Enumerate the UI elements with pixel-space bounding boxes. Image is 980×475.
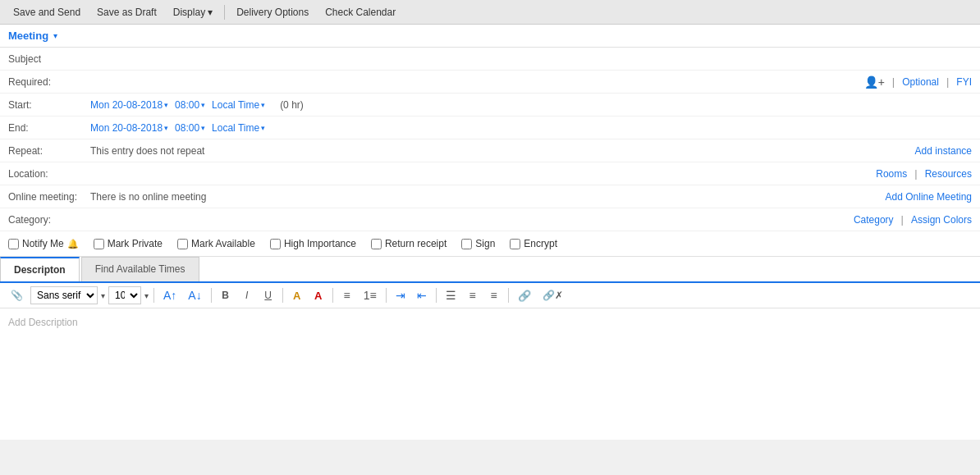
online-meeting-text: There is no online meeting (90, 191, 206, 203)
category-row: Category: Category | Assign Colors (0, 208, 980, 231)
description-area[interactable]: Add Description (0, 308, 980, 440)
main-toolbar: Save and Send Save as Draft Display ▾ De… (0, 0, 980, 25)
font-family-arrow: ▾ (101, 291, 105, 300)
italic-button[interactable]: I (238, 286, 256, 304)
numbered-list-button[interactable]: 1≡ (359, 286, 381, 304)
end-date-arrow: ▾ (164, 124, 168, 132)
end-time-group: Mon 20-08-2018 ▾ 08:00 ▾ Local Time ▾ (90, 122, 265, 134)
duration-text: (0 hr) (280, 99, 304, 111)
add-person-icon: 👤+ (864, 75, 885, 89)
mark-available-label: Mark Available (191, 238, 255, 249)
fyi-link[interactable]: FYI (956, 76, 972, 88)
end-date-select[interactable]: Mon 20-08-2018 ▾ (90, 122, 168, 134)
indent-button[interactable]: ⇥ (392, 286, 410, 304)
start-time-arrow: ▾ (201, 101, 205, 109)
editor-sep-2 (211, 288, 212, 303)
start-time-group: Mon 20-08-2018 ▾ 08:00 ▾ Local Time ▾ (0… (90, 99, 304, 111)
mark-private-label: Mark Private (108, 238, 163, 249)
start-timezone-select[interactable]: Local Time ▾ (212, 99, 265, 111)
highlight-color-button[interactable]: A (288, 286, 306, 304)
mark-available-checkbox[interactable] (177, 239, 188, 249)
save-draft-button[interactable]: Save as Draft (90, 4, 163, 21)
repeat-label: Repeat: (8, 145, 90, 157)
high-importance-checkbox[interactable] (270, 239, 281, 249)
font-size-select[interactable]: 10 (108, 286, 141, 304)
tab-description[interactable]: Descripton (0, 257, 80, 281)
editor-sep-5 (386, 288, 387, 303)
encrypt-checkbox[interactable] (510, 239, 520, 249)
notify-me-label: Notify Me (22, 238, 64, 249)
meeting-type-label[interactable]: Meeting (8, 30, 48, 42)
meeting-type-dropdown-arrow[interactable]: ▾ (53, 31, 57, 40)
end-timezone-arrow: ▾ (261, 124, 265, 132)
insert-link-button[interactable]: 🔗 (514, 286, 535, 304)
attach-button[interactable]: 📎 (7, 286, 27, 304)
rooms-link[interactable]: Rooms (876, 168, 907, 180)
align-center-button[interactable]: ≡ (464, 286, 482, 304)
return-receipt-checkbox[interactable] (371, 239, 382, 249)
high-importance-item: High Importance (270, 238, 356, 249)
start-timezone-arrow: ▾ (261, 101, 265, 109)
underline-button[interactable]: U (259, 286, 277, 304)
end-time-select[interactable]: 08:00 ▾ (175, 122, 205, 134)
display-button[interactable]: Display ▾ (167, 4, 219, 21)
start-date-select[interactable]: Mon 20-08-2018 ▾ (90, 99, 168, 111)
font-size-decrease-button[interactable]: A↓ (184, 286, 205, 304)
online-meeting-label: Online meeting: (8, 191, 90, 203)
location-label: Location: (8, 168, 90, 180)
editor-toolbar: 📎 Sans serif ▾ 10 ▾ A↑ A↓ B I U A A ≡ 1≡… (0, 283, 980, 308)
required-row: Required: 👤+ | Optional | FYI (0, 71, 980, 94)
sign-label: Sign (475, 238, 495, 249)
sign-checkbox[interactable] (461, 239, 472, 249)
repeat-text: This entry does not repeat (90, 145, 204, 157)
online-meeting-row: Online meeting: There is no online meeti… (0, 185, 980, 208)
editor-sep-4 (332, 288, 333, 303)
delivery-options-button[interactable]: Delivery Options (230, 4, 315, 21)
mark-private-checkbox[interactable] (94, 239, 104, 249)
checkboxes-row: Notify Me 🔔 Mark Private Mark Available … (0, 231, 980, 257)
required-actions: 👤+ | Optional | FYI (864, 75, 972, 89)
category-link[interactable]: Category (854, 214, 894, 226)
display-dropdown-arrow: ▾ (208, 7, 213, 18)
align-right-button[interactable]: ≡ (485, 286, 503, 304)
subject-label: Subject (8, 53, 90, 65)
editor-sep-6 (436, 288, 437, 303)
end-time-arrow: ▾ (201, 124, 205, 132)
outdent-button[interactable]: ⇤ (413, 286, 431, 304)
tab-find-times[interactable]: Find Available Times (81, 257, 199, 281)
add-online-meeting-link[interactable]: Add Online Meeting (886, 191, 972, 203)
save-send-button[interactable]: Save and Send (7, 4, 87, 21)
return-receipt-label: Return receipt (385, 238, 446, 249)
check-calendar-button[interactable]: Check Calendar (318, 4, 402, 21)
separator-4: | (901, 213, 904, 226)
align-left-button[interactable]: ☰ (442, 286, 460, 304)
end-label: End: (8, 122, 90, 134)
subject-input[interactable] (90, 53, 972, 65)
start-time-select[interactable]: 08:00 ▾ (175, 99, 205, 111)
assign-colors-link[interactable]: Assign Colors (911, 214, 972, 226)
required-label: Required: (8, 76, 90, 88)
bullet-list-button[interactable]: ≡ (338, 286, 356, 304)
subject-row: Subject (0, 48, 980, 71)
optional-link[interactable]: Optional (902, 76, 939, 88)
text-color-button[interactable]: A (309, 286, 327, 304)
font-family-select[interactable]: Sans serif (30, 286, 98, 304)
encrypt-label: Encrypt (524, 238, 557, 249)
add-instance-link[interactable]: Add instance (915, 145, 972, 157)
alarm-icon: 🔔 (67, 239, 79, 249)
notify-me-checkbox[interactable] (8, 239, 19, 249)
bold-button[interactable]: B (217, 286, 235, 304)
font-size-increase-button[interactable]: A↑ (159, 286, 181, 304)
end-timezone-select[interactable]: Local Time ▾ (212, 122, 265, 134)
toolbar-divider (224, 5, 225, 20)
font-size-arrow: ▾ (144, 291, 149, 300)
separator-1: | (892, 75, 895, 88)
remove-link-button[interactable]: 🔗✗ (538, 286, 567, 304)
return-receipt-item: Return receipt (371, 238, 446, 249)
editor-sep-7 (508, 288, 509, 303)
mark-private-item: Mark Private (94, 238, 163, 249)
separator-3: | (914, 167, 917, 180)
resources-link[interactable]: Resources (925, 168, 972, 180)
meeting-type-row: Meeting ▾ (0, 25, 980, 48)
category-label: Category: (8, 214, 90, 226)
